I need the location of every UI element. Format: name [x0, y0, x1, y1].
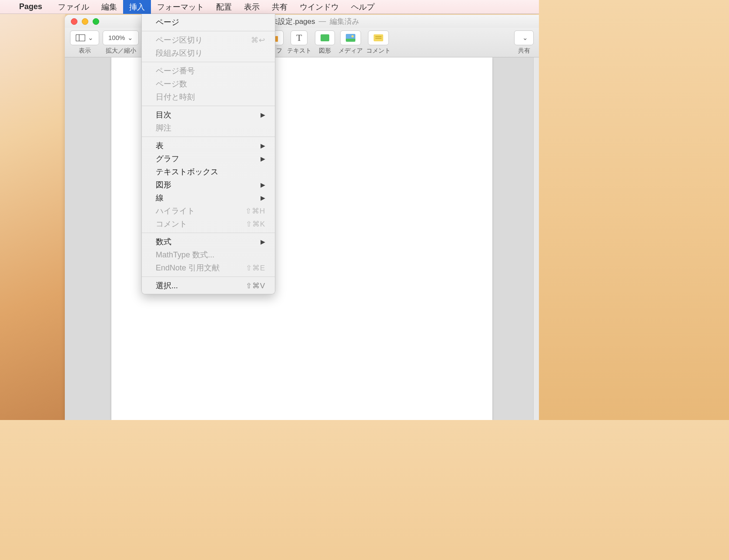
sidebar-icon [76, 34, 85, 41]
menu-item-label: ページ区切り [156, 35, 203, 45]
menu-item[interactable]: 数式▶ [142, 235, 275, 248]
menu-item-shortcut: ⇧⌘H [245, 207, 265, 216]
minimize-button[interactable] [82, 18, 88, 25]
menu-item-label: 表 [156, 140, 164, 151]
menu-item: 脚注 [142, 121, 275, 134]
titlebar: 7 名称未設定.pages — 編集済み [65, 15, 539, 28]
document-status: 編集済み [330, 17, 359, 27]
menu-item-shortcut: ⇧⌘K [246, 220, 265, 229]
chevron-down-icon: ⌄ [522, 34, 528, 42]
toolbar-view-label: 表示 [79, 47, 91, 55]
insert-menu-dropdown: ページページ区切り⌘↩段組み区切りページ番号ページ数日付と時刻目次▶脚注表▶グラ… [141, 14, 275, 294]
toolbar-share-button[interactable]: ⌄ [514, 30, 534, 45]
submenu-arrow-icon: ▶ [261, 142, 265, 149]
menu-insert[interactable]: 挿入 [123, 0, 151, 14]
menu-item: ページ区切り⌘↩ [142, 33, 275, 47]
menu-separator [142, 233, 275, 233]
menu-item: ハイライト⇧⌘H [142, 204, 275, 217]
menu-item: 段組み区切り [142, 47, 275, 60]
menu-item-label: MathType 数式... [156, 250, 214, 260]
menu-help[interactable]: ヘルプ [345, 0, 381, 14]
menu-item-label: ページ数 [156, 79, 187, 89]
menu-item[interactable]: 選択...⇧⌘V [142, 279, 275, 292]
toolbar-shape-button[interactable] [315, 30, 335, 45]
menu-item-label: ページ [156, 17, 179, 27]
menu-item-shortcut: ⇧⌘E [246, 263, 265, 273]
menu-view[interactable]: 表示 [238, 0, 266, 14]
menu-item-label: 線 [156, 193, 164, 203]
document-area [65, 57, 539, 420]
toolbar: ⌄ 表示 100% ⌄ 拡大／縮小 グラフ T テキスト [65, 28, 539, 57]
title-separator: — [319, 17, 326, 26]
toolbar-view-button[interactable]: ⌄ [70, 30, 99, 45]
submenu-arrow-icon: ▶ [261, 155, 265, 162]
menu-item-label: 日付と時刻 [156, 92, 195, 102]
toolbar-media-button[interactable] [340, 30, 361, 45]
menu-item-shortcut: ⌘↩ [251, 36, 265, 45]
menu-separator [142, 106, 275, 106]
toolbar-comment-label: コメント [366, 47, 391, 55]
menu-item-label: ページ番号 [156, 66, 195, 76]
submenu-arrow-icon: ▶ [261, 111, 265, 118]
menu-item-label: 脚注 [156, 123, 171, 133]
svg-rect-0 [76, 34, 85, 41]
chevron-down-icon: ⌄ [127, 34, 133, 42]
menu-item[interactable]: テキストボックス [142, 165, 275, 178]
menu-item[interactable]: 図形▶ [142, 178, 275, 191]
pages-window: 7 名称未設定.pages — 編集済み ⌄ 表示 100% ⌄ 拡大／縮小 [65, 15, 539, 420]
menu-item-label: グラフ [156, 153, 179, 164]
chevron-down-icon: ⌄ [88, 34, 94, 42]
toolbar-share-label: 共有 [518, 47, 530, 55]
menu-item[interactable]: 目次▶ [142, 108, 275, 121]
toolbar-zoom-select[interactable]: 100% ⌄ [103, 30, 139, 45]
toolbar-media-label: メディア [338, 47, 363, 55]
app-name[interactable]: Pages [15, 2, 47, 11]
desktop-wallpaper [0, 14, 65, 420]
zoom-value: 100% [108, 34, 125, 41]
menu-item: ページ数 [142, 77, 275, 90]
menu-separator [142, 277, 275, 277]
submenu-arrow-icon: ▶ [261, 194, 265, 201]
menu-format[interactable]: フォーマット [151, 0, 210, 14]
window-controls [65, 18, 99, 25]
zoom-button[interactable] [93, 18, 99, 25]
menu-item-label: ハイライト [156, 206, 195, 216]
menu-item[interactable]: 線▶ [142, 191, 275, 204]
menu-separator [142, 137, 275, 137]
media-icon [346, 34, 355, 42]
menu-item-label: 段組み区切り [156, 48, 203, 58]
toolbar-comment-button[interactable] [368, 30, 389, 45]
menu-item[interactable]: 表▶ [142, 139, 275, 152]
comment-icon [374, 34, 383, 41]
menu-item[interactable]: グラフ▶ [142, 152, 275, 165]
toolbar-text-button[interactable]: T [291, 30, 308, 45]
menu-arrange[interactable]: 配置 [210, 0, 238, 14]
submenu-arrow-icon: ▶ [261, 238, 265, 245]
menu-item: MathType 数式... [142, 248, 275, 261]
menu-separator [142, 31, 275, 31]
menu-item[interactable]: ページ [142, 16, 275, 29]
menu-edit[interactable]: 編集 [95, 0, 123, 14]
menu-item: ページ番号 [142, 64, 275, 77]
menu-item-label: 目次 [156, 110, 171, 120]
menu-share[interactable]: 共有 [266, 0, 294, 14]
menu-window[interactable]: ウインドウ [294, 0, 345, 14]
menu-item-shortcut: ⇧⌘V [246, 281, 265, 290]
scrollbar-vertical[interactable] [533, 57, 539, 420]
menu-file[interactable]: ファイル [52, 0, 95, 14]
toolbar-shape-label: 図形 [319, 47, 331, 55]
menu-item-label: 図形 [156, 180, 171, 190]
menu-item: 日付と時刻 [142, 90, 275, 103]
menu-item: コメント⇧⌘K [142, 217, 275, 230]
menu-separator [142, 62, 275, 62]
close-button[interactable] [71, 18, 77, 25]
toolbar-zoom-label: 拡大／縮小 [106, 47, 136, 55]
system-menubar: Pages ファイル 編集 挿入 フォーマット 配置 表示 共有 ウインドウ ヘ… [0, 0, 539, 14]
menu-item-label: EndNote 引用文献 [156, 263, 220, 273]
menu-item: EndNote 引用文献⇧⌘E [142, 261, 275, 274]
menu-item-label: コメント [156, 219, 187, 229]
window-title: 7 名称未設定.pages — 編集済み [65, 17, 539, 27]
menu-item-label: 選択... [156, 280, 178, 291]
submenu-arrow-icon: ▶ [261, 181, 265, 188]
text-icon: T [296, 32, 302, 43]
